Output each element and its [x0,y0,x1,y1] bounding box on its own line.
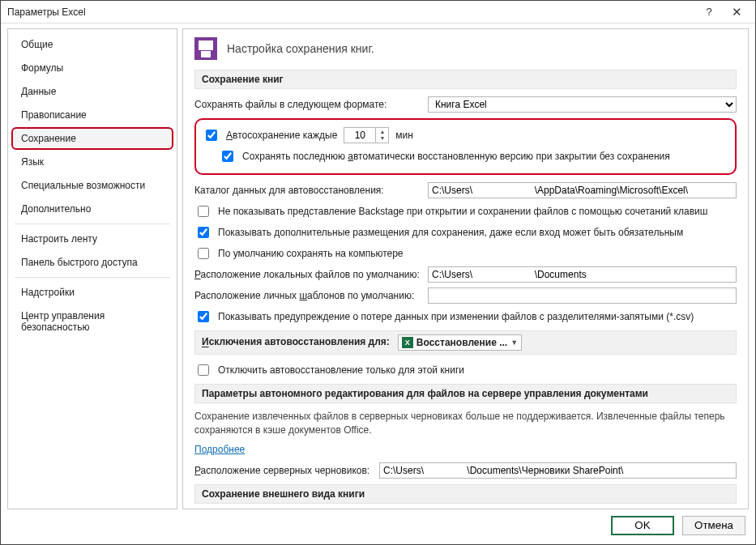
autosave-highlight: Автосохранение каждые ▲▼ мин Сохранять п… [194,118,737,175]
disable-autorecover-checkbox[interactable] [198,364,209,376]
personal-templates-label: Расположение личных шаблонов по умолчани… [194,290,421,301]
window-title: Параметры Excel [7,6,695,18]
drafts-location-label: Расположение серверных черновиков: [194,465,373,476]
sidebar: Общие Формулы Данные Правописание Сохран… [7,28,177,509]
no-backstage-label: Не показывать представление Backstage пр… [218,206,707,217]
autosave-minutes-input[interactable] [344,128,375,143]
sidebar-item-formulas[interactable]: Формулы [11,57,173,79]
offline-note: Сохранение извлеченных файлов в серверны… [194,410,737,437]
format-label: Сохранять файлы в следующем формате: [194,99,421,110]
workbook-name: Восстановление ... [416,337,507,348]
show-more-places-label: Показывать дополнительные размещения для… [218,227,683,238]
section-autorecover-exceptions: Исключения автовосстановления для: X Вос… [194,330,737,355]
drafts-location-input[interactable] [379,462,737,479]
sidebar-item-save[interactable]: Сохранение [11,127,173,150]
save-icon [194,37,217,60]
disable-autorecover-label: Отключить автовосстановление только для … [218,364,464,376]
learn-more-link[interactable]: Подробнее [194,444,245,455]
sidebar-item-general[interactable]: Общие [11,33,173,56]
autosave-unit: мин [395,130,413,141]
spinner-arrows[interactable]: ▲▼ [375,128,388,143]
autorecover-path-label: Каталог данных для автовосстановления: [194,185,421,196]
ok-button[interactable]: OK [611,516,674,535]
section-offline-editing: Параметры автономного редактирования для… [194,384,737,403]
local-default-input[interactable] [428,266,737,283]
local-default-label: Расположение локальных файлов по умолчан… [194,269,421,280]
titlebar: Параметры Excel ? ✕ [1,1,755,23]
show-more-places-checkbox[interactable] [198,227,209,238]
chevron-down-icon: ▼ [510,338,518,347]
dialog-footer: OK Отмена [1,509,755,540]
sidebar-item-ribbon[interactable]: Настроить ленту [11,228,173,250]
sidebar-item-proofing[interactable]: Правописание [11,104,173,126]
excel-icon: X [402,337,413,348]
default-computer-label: По умолчанию сохранять на компьютере [218,248,404,259]
keep-last-label: Сохранять последнюю автоматически восста… [242,151,670,162]
csv-warning-label: Показывать предупреждение о потере данны… [218,311,694,322]
autosave-checkbox[interactable] [206,130,217,141]
sidebar-item-language[interactable]: Язык [11,151,173,173]
section-appearance: Сохранение внешнего вида книги [194,484,737,504]
sidebar-item-advanced[interactable]: Дополнительно [11,198,173,220]
personal-templates-input[interactable] [428,287,737,304]
sidebar-item-data[interactable]: Данные [11,80,173,103]
autorecover-path-input[interactable] [428,182,737,198]
autosave-label: Автосохранение каждые [226,130,337,141]
no-backstage-checkbox[interactable] [198,206,209,217]
sidebar-item-trust[interactable]: Центр управления безопасностью [11,304,173,338]
default-computer-checkbox[interactable] [198,248,209,259]
sidebar-item-addins[interactable]: Надстройки [11,281,173,304]
help-button[interactable]: ? [695,3,723,21]
keep-last-checkbox[interactable] [222,151,233,162]
sidebar-item-qat[interactable]: Панель быстрого доступа [11,251,173,274]
sidebar-item-accessibility[interactable]: Специальные возможности [11,174,173,197]
cancel-button[interactable]: Отмена [682,516,745,535]
format-combo[interactable]: Книга Excel [428,96,737,113]
csv-warning-checkbox[interactable] [198,311,209,322]
workbook-combo[interactable]: X Восстановление ... ▼ [398,334,522,351]
sidebar-divider [15,224,170,224]
autosave-minutes-spinner[interactable]: ▲▼ [344,127,389,143]
page-title: Настройка сохранения книг. [227,42,374,55]
sidebar-divider [15,277,170,278]
content-panel: Настройка сохранения книг. Сохранение кн… [182,28,749,509]
section-save-books: Сохранение книг [194,70,737,89]
close-button[interactable]: ✕ [723,3,750,21]
